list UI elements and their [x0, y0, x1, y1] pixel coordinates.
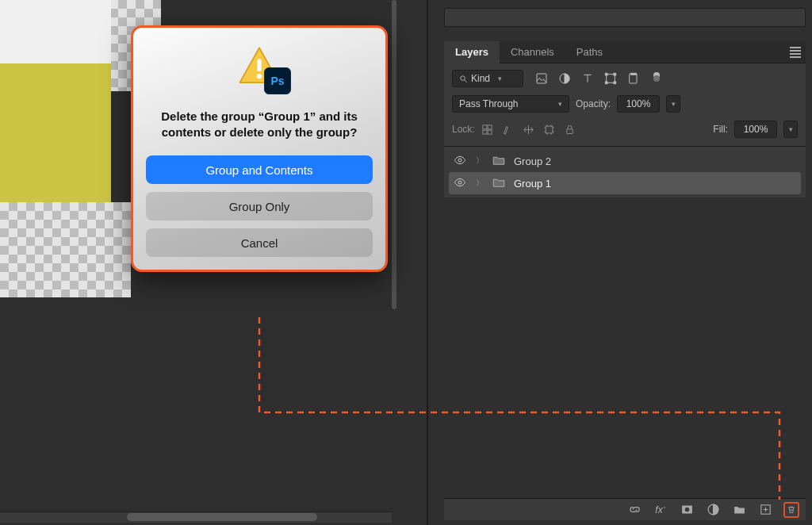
- blend-mode-value: Pass Through: [459, 98, 519, 109]
- svg-rect-7: [605, 82, 607, 84]
- app-badge-icon: Ps: [264, 67, 291, 94]
- dialog-icon-stack: Ps: [237, 44, 282, 91]
- fill-label: Fill:: [713, 124, 728, 135]
- dialog-message: Delete the group “Group 1” and its conte…: [146, 109, 373, 140]
- disclosure-triangle-icon[interactable]: 〉: [476, 178, 484, 189]
- layer-fx-icon[interactable]: fx˅: [653, 502, 668, 518]
- lock-all-icon[interactable]: [564, 123, 576, 136]
- lock-label: Lock:: [452, 124, 475, 135]
- svg-point-20: [684, 508, 689, 512]
- opacity-label: Opacity:: [576, 98, 611, 109]
- layers-panel-footer: fx˅: [444, 498, 806, 520]
- filter-type-icons: [534, 71, 664, 86]
- new-group-icon[interactable]: [731, 502, 747, 518]
- lock-transparency-icon[interactable]: [481, 123, 494, 136]
- folder-icon: [492, 175, 506, 192]
- opacity-value: 100%: [626, 98, 651, 109]
- tab-paths[interactable]: Paths: [565, 41, 614, 63]
- transparency-checker: [0, 202, 131, 297]
- filter-type-icon[interactable]: [580, 71, 595, 86]
- layer-name: Group 1: [514, 178, 551, 190]
- svg-point-17: [458, 159, 462, 162]
- tab-layers[interactable]: Layers: [444, 41, 500, 63]
- svg-rect-23: [257, 59, 261, 71]
- chevron-down-icon: ▾: [789, 125, 793, 133]
- svg-rect-8: [614, 82, 616, 84]
- lock-icon-set: [481, 123, 576, 136]
- layer-row-group-1[interactable]: 〉 Group 1: [449, 172, 801, 194]
- lock-artboard-icon[interactable]: [543, 123, 556, 136]
- filter-smart-icon[interactable]: [626, 71, 641, 86]
- svg-rect-12: [488, 125, 492, 128]
- svg-rect-14: [488, 130, 492, 134]
- panel-tabbar: Layers Channels Paths: [444, 41, 806, 63]
- chevron-down-icon: ▾: [672, 100, 676, 108]
- svg-rect-15: [546, 126, 553, 133]
- fill-value-field[interactable]: 100%: [734, 121, 777, 138]
- chevron-down-icon: ▾: [498, 75, 502, 82]
- filter-kind-dropdown[interactable]: Kind ▾: [452, 70, 523, 87]
- folder-icon: [492, 153, 506, 170]
- filter-pixel-icon[interactable]: [534, 71, 549, 86]
- filter-kind-label: Kind: [471, 73, 490, 84]
- svg-rect-6: [614, 73, 616, 75]
- layer-row-group-2[interactable]: 〉 Group 2: [449, 150, 801, 172]
- canvas-horizontal-scrollbar-thumb[interactable]: [127, 513, 317, 521]
- layers-controls: Kind ▾ Pass Through ▾ Opacity: 100% ▾: [444, 63, 806, 147]
- new-layer-icon[interactable]: [757, 502, 773, 518]
- disclosure-triangle-icon[interactable]: 〉: [476, 155, 484, 167]
- panel-menu-icon[interactable]: [790, 47, 801, 58]
- svg-rect-10: [631, 73, 637, 75]
- delete-layer-trash-icon[interactable]: [783, 502, 799, 518]
- opacity-stepper[interactable]: ▾: [666, 95, 680, 113]
- dialog-button-group: Group and Contents Group Only Cancel: [146, 155, 373, 257]
- filter-toggle-icon[interactable]: [649, 71, 664, 86]
- visibility-eye-icon[interactable]: [454, 154, 466, 169]
- lock-position-icon[interactable]: [523, 123, 535, 136]
- svg-line-1: [465, 79, 467, 82]
- svg-point-0: [461, 75, 465, 80]
- svg-rect-13: [483, 130, 487, 134]
- svg-point-24: [257, 74, 262, 79]
- layers-list: 〉 Group 2 〉 Group 1: [444, 147, 806, 197]
- collapsed-panel-stub[interactable]: [444, 8, 806, 27]
- fill-value: 100%: [744, 124, 768, 135]
- svg-rect-11: [483, 125, 487, 128]
- blend-mode-dropdown[interactable]: Pass Through ▾: [452, 95, 569, 113]
- svg-rect-5: [605, 73, 607, 75]
- adjustment-layer-icon[interactable]: [705, 502, 721, 518]
- svg-rect-2: [537, 74, 546, 83]
- visibility-eye-icon[interactable]: [454, 176, 466, 191]
- tab-channels[interactable]: Channels: [500, 41, 565, 63]
- chevron-down-icon: ▾: [558, 100, 562, 108]
- canvas-white-shape: [0, 0, 111, 63]
- group-and-contents-button[interactable]: Group and Contents: [146, 155, 373, 184]
- lock-pixels-icon[interactable]: [502, 123, 515, 136]
- fill-stepper[interactable]: ▾: [783, 121, 798, 138]
- search-icon: [459, 75, 468, 83]
- filter-adjustment-icon[interactable]: [557, 71, 572, 86]
- svg-rect-16: [567, 128, 573, 133]
- panel-divider: [427, 0, 428, 525]
- opacity-value-field[interactable]: 100%: [617, 95, 660, 113]
- layer-mask-icon[interactable]: [679, 502, 695, 518]
- filter-shape-icon[interactable]: [603, 71, 618, 86]
- layer-name: Group 2: [514, 155, 551, 167]
- svg-point-18: [458, 181, 462, 184]
- delete-group-dialog: Ps Delete the group “Group 1” and its co…: [131, 25, 388, 272]
- cancel-button[interactable]: Cancel: [146, 228, 373, 257]
- group-only-button[interactable]: Group Only: [146, 192, 373, 220]
- link-layers-icon[interactable]: [626, 502, 642, 518]
- layers-panel: Layers Channels Paths Kind ▾ P: [444, 41, 806, 197]
